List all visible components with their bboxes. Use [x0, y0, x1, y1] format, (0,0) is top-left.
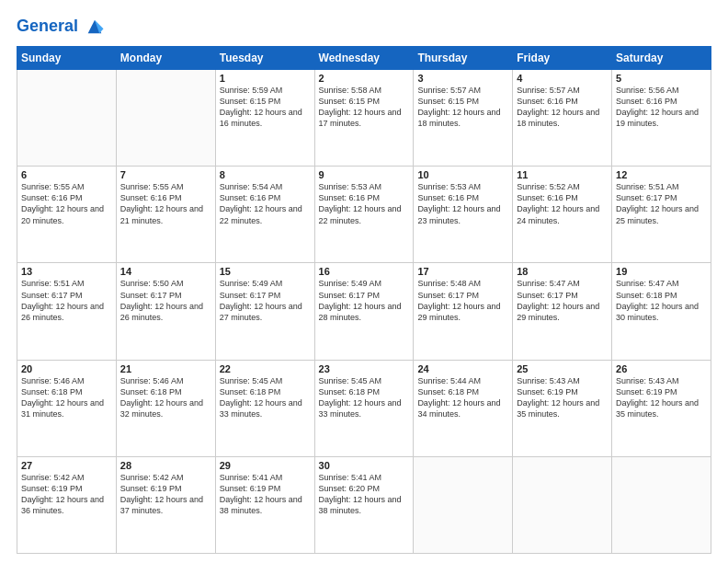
calendar-week-row: 1Sunrise: 5:59 AM Sunset: 6:15 PM Daylig…: [17, 70, 711, 167]
calendar-cell: 3Sunrise: 5:57 AM Sunset: 6:15 PM Daylig…: [414, 70, 513, 167]
calendar-cell: 13Sunrise: 5:51 AM Sunset: 6:17 PM Dayli…: [17, 263, 117, 360]
day-number: 28: [120, 460, 211, 471]
day-number: 3: [417, 73, 508, 84]
day-info: Sunrise: 5:43 AM Sunset: 6:19 PM Dayligh…: [517, 375, 608, 420]
logo-icon: [85, 17, 105, 37]
day-info: Sunrise: 5:45 AM Sunset: 6:18 PM Dayligh…: [220, 375, 311, 420]
page: General SundayMondayTuesdayWednesdayThur…: [0, 0, 728, 563]
day-number: 29: [220, 460, 311, 471]
day-info: Sunrise: 5:50 AM Sunset: 6:17 PM Dayligh…: [120, 278, 211, 323]
calendar-cell: 1Sunrise: 5:59 AM Sunset: 6:15 PM Daylig…: [215, 70, 314, 167]
day-info: Sunrise: 5:51 AM Sunset: 6:17 PM Dayligh…: [21, 278, 112, 323]
calendar-cell: 19Sunrise: 5:47 AM Sunset: 6:18 PM Dayli…: [612, 263, 711, 360]
calendar-cell: 4Sunrise: 5:57 AM Sunset: 6:16 PM Daylig…: [513, 70, 612, 167]
day-info: Sunrise: 5:45 AM Sunset: 6:18 PM Dayligh…: [319, 375, 410, 420]
calendar-cell: 5Sunrise: 5:56 AM Sunset: 6:16 PM Daylig…: [612, 70, 711, 167]
day-info: Sunrise: 5:41 AM Sunset: 6:20 PM Dayligh…: [319, 472, 410, 517]
calendar-cell: 8Sunrise: 5:54 AM Sunset: 6:16 PM Daylig…: [215, 167, 314, 263]
calendar-cell: [414, 456, 513, 553]
calendar-cell: 15Sunrise: 5:49 AM Sunset: 6:17 PM Dayli…: [215, 263, 314, 360]
calendar-cell: 18Sunrise: 5:47 AM Sunset: 6:17 PM Dayli…: [513, 263, 612, 360]
day-number: 14: [120, 266, 211, 277]
day-info: Sunrise: 5:47 AM Sunset: 6:17 PM Dayligh…: [517, 278, 608, 323]
calendar-cell: 17Sunrise: 5:48 AM Sunset: 6:17 PM Dayli…: [414, 263, 513, 360]
day-info: Sunrise: 5:48 AM Sunset: 6:17 PM Dayligh…: [417, 278, 508, 323]
calendar-cell: 20Sunrise: 5:46 AM Sunset: 6:18 PM Dayli…: [17, 360, 117, 456]
weekday-header: Friday: [513, 47, 612, 70]
weekday-header-row: SundayMondayTuesdayWednesdayThursdayFrid…: [17, 47, 711, 70]
day-number: 6: [21, 169, 112, 180]
weekday-header: Tuesday: [215, 47, 314, 70]
day-info: Sunrise: 5:41 AM Sunset: 6:19 PM Dayligh…: [220, 472, 311, 517]
calendar-cell: 28Sunrise: 5:42 AM Sunset: 6:19 PM Dayli…: [116, 456, 215, 553]
calendar-cell: 24Sunrise: 5:44 AM Sunset: 6:18 PM Dayli…: [414, 360, 513, 456]
day-number: 2: [319, 73, 410, 84]
day-info: Sunrise: 5:43 AM Sunset: 6:19 PM Dayligh…: [616, 375, 707, 420]
day-number: 8: [220, 169, 311, 180]
calendar-cell: 6Sunrise: 5:55 AM Sunset: 6:16 PM Daylig…: [17, 167, 117, 263]
day-number: 5: [616, 73, 707, 84]
day-info: Sunrise: 5:44 AM Sunset: 6:18 PM Dayligh…: [417, 375, 508, 420]
calendar-week-row: 13Sunrise: 5:51 AM Sunset: 6:17 PM Dayli…: [17, 263, 711, 360]
day-info: Sunrise: 5:58 AM Sunset: 6:15 PM Dayligh…: [319, 85, 410, 130]
day-info: Sunrise: 5:47 AM Sunset: 6:18 PM Dayligh…: [616, 278, 707, 323]
day-number: 26: [616, 363, 707, 374]
day-info: Sunrise: 5:55 AM Sunset: 6:16 PM Dayligh…: [120, 181, 211, 226]
calendar-cell: [17, 70, 117, 167]
calendar-cell: 22Sunrise: 5:45 AM Sunset: 6:18 PM Dayli…: [215, 360, 314, 456]
calendar-cell: [116, 70, 215, 167]
day-number: 17: [417, 266, 508, 277]
day-number: 27: [21, 460, 112, 471]
calendar-cell: 14Sunrise: 5:50 AM Sunset: 6:17 PM Dayli…: [116, 263, 215, 360]
header: General: [17, 17, 711, 37]
day-number: 18: [517, 266, 608, 277]
day-number: 20: [21, 363, 112, 374]
calendar-cell: 12Sunrise: 5:51 AM Sunset: 6:17 PM Dayli…: [612, 167, 711, 263]
day-info: Sunrise: 5:55 AM Sunset: 6:16 PM Dayligh…: [21, 181, 112, 226]
calendar-cell: 21Sunrise: 5:46 AM Sunset: 6:18 PM Dayli…: [116, 360, 215, 456]
calendar-cell: [612, 456, 711, 553]
day-info: Sunrise: 5:53 AM Sunset: 6:16 PM Dayligh…: [417, 181, 508, 226]
day-info: Sunrise: 5:57 AM Sunset: 6:15 PM Dayligh…: [417, 85, 508, 130]
weekday-header: Wednesday: [314, 47, 414, 70]
calendar-cell: 27Sunrise: 5:42 AM Sunset: 6:19 PM Dayli…: [17, 456, 117, 553]
day-info: Sunrise: 5:49 AM Sunset: 6:17 PM Dayligh…: [319, 278, 410, 323]
day-number: 16: [319, 266, 410, 277]
calendar-cell: [513, 456, 612, 553]
day-info: Sunrise: 5:57 AM Sunset: 6:16 PM Dayligh…: [517, 85, 608, 130]
calendar-week-row: 27Sunrise: 5:42 AM Sunset: 6:19 PM Dayli…: [17, 456, 711, 553]
calendar-cell: 30Sunrise: 5:41 AM Sunset: 6:20 PM Dayli…: [314, 456, 414, 553]
calendar-cell: 10Sunrise: 5:53 AM Sunset: 6:16 PM Dayli…: [414, 167, 513, 263]
day-info: Sunrise: 5:42 AM Sunset: 6:19 PM Dayligh…: [21, 472, 112, 517]
calendar-week-row: 20Sunrise: 5:46 AM Sunset: 6:18 PM Dayli…: [17, 360, 711, 456]
day-number: 4: [517, 73, 608, 84]
calendar-cell: 16Sunrise: 5:49 AM Sunset: 6:17 PM Dayli…: [314, 263, 414, 360]
day-info: Sunrise: 5:54 AM Sunset: 6:16 PM Dayligh…: [220, 181, 311, 226]
weekday-header: Thursday: [414, 47, 513, 70]
day-number: 23: [319, 363, 410, 374]
day-number: 21: [120, 363, 211, 374]
day-number: 13: [21, 266, 112, 277]
day-number: 22: [220, 363, 311, 374]
day-info: Sunrise: 5:53 AM Sunset: 6:16 PM Dayligh…: [319, 181, 410, 226]
day-info: Sunrise: 5:46 AM Sunset: 6:18 PM Dayligh…: [21, 375, 112, 420]
day-info: Sunrise: 5:59 AM Sunset: 6:15 PM Dayligh…: [220, 85, 311, 130]
day-info: Sunrise: 5:56 AM Sunset: 6:16 PM Dayligh…: [616, 85, 707, 130]
weekday-header: Sunday: [17, 47, 117, 70]
logo-text: General: [17, 17, 105, 37]
day-number: 24: [417, 363, 508, 374]
day-number: 1: [220, 73, 311, 84]
day-info: Sunrise: 5:52 AM Sunset: 6:16 PM Dayligh…: [517, 181, 608, 226]
calendar-cell: 2Sunrise: 5:58 AM Sunset: 6:15 PM Daylig…: [314, 70, 414, 167]
calendar-cell: 11Sunrise: 5:52 AM Sunset: 6:16 PM Dayli…: [513, 167, 612, 263]
calendar-week-row: 6Sunrise: 5:55 AM Sunset: 6:16 PM Daylig…: [17, 167, 711, 263]
calendar-cell: 29Sunrise: 5:41 AM Sunset: 6:19 PM Dayli…: [215, 456, 314, 553]
calendar-cell: 23Sunrise: 5:45 AM Sunset: 6:18 PM Dayli…: [314, 360, 414, 456]
day-number: 9: [319, 169, 410, 180]
day-number: 10: [417, 169, 508, 180]
weekday-header: Saturday: [612, 47, 711, 70]
logo: General: [17, 17, 105, 37]
day-info: Sunrise: 5:42 AM Sunset: 6:19 PM Dayligh…: [120, 472, 211, 517]
calendar-cell: 26Sunrise: 5:43 AM Sunset: 6:19 PM Dayli…: [612, 360, 711, 456]
calendar-cell: 25Sunrise: 5:43 AM Sunset: 6:19 PM Dayli…: [513, 360, 612, 456]
